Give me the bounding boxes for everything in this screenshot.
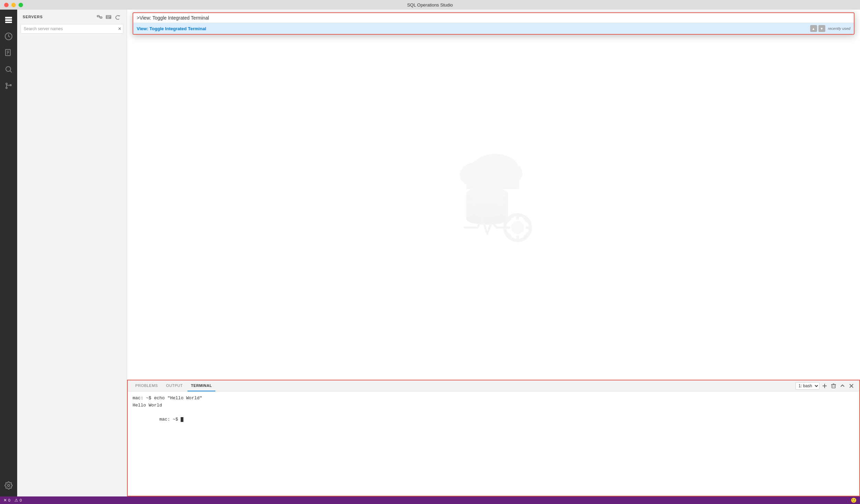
sidebar-item-settings[interactable] xyxy=(1,478,16,493)
svg-point-13 xyxy=(8,484,10,486)
terminal-selector[interactable]: 1: bash xyxy=(795,382,819,390)
bottom-panel: PROBLEMS OUTPUT TERMINAL 1: bash xyxy=(127,380,860,496)
svg-rect-0 xyxy=(5,17,12,19)
search-clear-button[interactable]: × xyxy=(117,25,122,32)
command-input-wrapper xyxy=(133,13,854,23)
panel-controls: 1: bash xyxy=(795,382,855,390)
feedback-button[interactable]: 🙂 xyxy=(851,497,857,503)
sidebar-title: SERVERS xyxy=(23,15,43,19)
command-palette: View: Toggle Integrated Terminal ▲ ▼ rec… xyxy=(133,12,855,35)
new-connection-icon xyxy=(97,14,102,20)
warning-count: 0 xyxy=(20,498,22,502)
terminal-line-2: Hello World xyxy=(133,402,855,409)
add-server-button[interactable] xyxy=(105,13,112,21)
sidebar-header: SERVERS xyxy=(17,10,127,23)
refresh-button[interactable] xyxy=(114,13,121,21)
servers-icon xyxy=(4,16,13,24)
command-nav-down[interactable]: ▼ xyxy=(818,25,825,32)
svg-rect-17 xyxy=(106,15,111,17)
svg-rect-2 xyxy=(5,22,12,23)
titlebar: SQL Operations Studio xyxy=(0,0,860,10)
terminal-close-button[interactable] xyxy=(848,382,855,390)
svg-rect-1 xyxy=(5,19,12,21)
terminal-line-1: mac: ~$ echo "Hello World" xyxy=(133,395,855,402)
welcome-logo xyxy=(445,146,542,243)
tab-terminal[interactable]: TERMINAL xyxy=(188,380,215,391)
svg-point-29 xyxy=(466,205,508,217)
sidebar-actions xyxy=(96,13,121,21)
close-icon xyxy=(849,383,854,389)
svg-point-31 xyxy=(511,221,524,234)
status-warnings[interactable]: ⚠ 0 xyxy=(14,498,22,503)
svg-rect-35 xyxy=(525,226,532,229)
add-server-icon xyxy=(106,14,111,20)
window-controls xyxy=(4,3,23,7)
svg-rect-15 xyxy=(100,17,102,18)
new-connection-button[interactable] xyxy=(96,13,103,21)
command-result-nav: ▲ ▼ xyxy=(810,25,825,32)
svg-rect-32 xyxy=(516,213,519,220)
command-palette-container: View: Toggle Integrated Terminal ▲ ▼ rec… xyxy=(127,10,860,37)
search-input[interactable] xyxy=(21,24,123,34)
error-count: 0 xyxy=(8,498,10,502)
svg-line-16 xyxy=(99,16,100,18)
sidebar-item-search[interactable] xyxy=(1,62,16,77)
terminal-cursor xyxy=(181,417,183,422)
refresh-icon xyxy=(115,14,120,20)
sidebar-item-git[interactable] xyxy=(1,78,16,93)
svg-point-10 xyxy=(6,83,7,84)
command-result-item[interactable]: View: Toggle Integrated Terminal ▲ ▼ rec… xyxy=(133,23,854,34)
search-icon xyxy=(4,65,13,73)
error-icon: ✕ xyxy=(3,498,7,503)
terminal-content[interactable]: mac: ~$ echo "Hello World" Hello World m… xyxy=(128,391,859,496)
status-left: ✕ 0 ⚠ 0 xyxy=(3,498,22,503)
command-result-label: View: Toggle Integrated Terminal xyxy=(137,26,810,31)
sidebar-item-new-query[interactable] xyxy=(1,45,16,60)
svg-rect-23 xyxy=(466,175,519,189)
maximize-button[interactable] xyxy=(19,3,23,7)
close-button[interactable] xyxy=(4,3,9,7)
warning-icon: ⚠ xyxy=(14,498,18,503)
terminal-line-3: mac: ~$ xyxy=(133,409,855,431)
command-palette-input[interactable] xyxy=(137,15,850,21)
terminal-add-button[interactable] xyxy=(821,382,828,390)
tab-output[interactable]: OUTPUT xyxy=(163,380,186,391)
activity-bar xyxy=(0,10,17,496)
new-query-icon xyxy=(4,49,13,57)
tab-problems[interactable]: PROBLEMS xyxy=(132,380,161,391)
svg-line-9 xyxy=(10,71,12,73)
search-bar: × xyxy=(21,24,123,34)
main-area: View: Toggle Integrated Terminal ▲ ▼ rec… xyxy=(127,10,860,496)
svg-rect-33 xyxy=(516,236,519,242)
welcome-area xyxy=(127,10,860,380)
app-body: SERVERS xyxy=(0,10,860,496)
terminal-maximize-button[interactable] xyxy=(839,382,846,390)
window-title: SQL Operations Studio xyxy=(407,2,453,8)
command-nav-up[interactable]: ▲ xyxy=(810,25,817,32)
svg-rect-34 xyxy=(503,226,510,229)
status-right: 🙂 xyxy=(851,497,857,503)
sql-ops-logo xyxy=(445,146,542,242)
svg-point-8 xyxy=(6,67,11,71)
command-result-badge: recently used xyxy=(828,26,850,31)
terminal-delete-button[interactable] xyxy=(830,382,837,390)
history-icon xyxy=(4,32,13,41)
minimize-button[interactable] xyxy=(11,3,16,7)
sidebar-item-history[interactable] xyxy=(1,29,16,44)
plus-icon xyxy=(822,383,827,389)
terminal-prompt: mac: ~$ xyxy=(159,417,181,422)
svg-point-11 xyxy=(6,87,7,89)
settings-icon xyxy=(4,481,13,490)
status-errors[interactable]: ✕ 0 xyxy=(3,498,10,503)
trash-icon xyxy=(831,383,836,389)
svg-rect-42 xyxy=(832,385,835,388)
sidebar: SERVERS xyxy=(17,10,127,496)
svg-rect-14 xyxy=(97,15,99,17)
sidebar-item-servers[interactable] xyxy=(1,12,16,27)
panel-tabs: PROBLEMS OUTPUT TERMINAL 1: bash xyxy=(128,380,859,391)
status-bar: ✕ 0 ⚠ 0 🙂 xyxy=(0,496,860,504)
git-icon xyxy=(4,82,13,90)
chevron-up-icon xyxy=(840,383,845,389)
